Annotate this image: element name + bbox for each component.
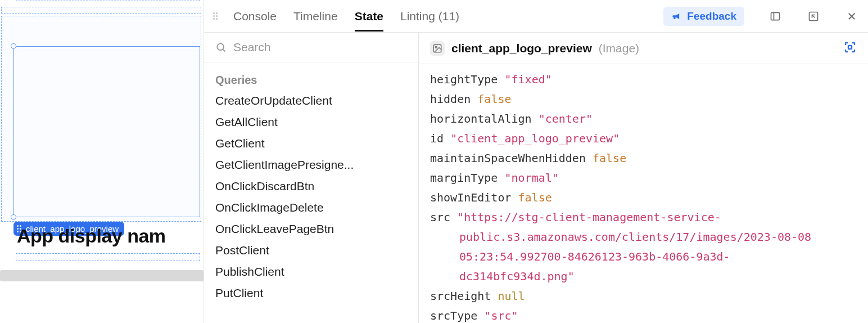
devtools-tabbar: Console Timeline State Linting (11) Feed… xyxy=(204,0,868,33)
properties-list[interactable]: heightType "fixed" hidden false horizont… xyxy=(419,64,868,323)
prop-row: src "https://stg-client-management-servi… xyxy=(430,208,857,227)
svg-point-6 xyxy=(217,43,224,50)
feedback-label: Feedback xyxy=(687,10,736,23)
devtools-panel: Console Timeline State Linting (11) Feed… xyxy=(204,0,868,323)
sidebar-query-item[interactable]: GetAllClient xyxy=(215,111,395,133)
canvas-component-outline xyxy=(1,7,201,14)
sidebar-query-item[interactable]: OnClickLeavePageBtn xyxy=(215,218,395,240)
image-icon xyxy=(430,41,445,56)
canvas-heading-text: App display nam xyxy=(17,225,166,247)
prop-row: public.s3.amazonaws.com/clients/17/image… xyxy=(430,227,857,247)
prop-row: id "client_app_logo_preview" xyxy=(430,129,857,149)
sidebar-query-item[interactable]: GetClientImagePresigne... xyxy=(215,154,395,176)
panel-toggle-icon[interactable] xyxy=(768,9,783,24)
prop-row: srcHeight null xyxy=(430,286,857,306)
prop-row: hidden false xyxy=(430,89,857,109)
tab-timeline[interactable]: Timeline xyxy=(293,2,338,31)
focus-target-icon[interactable] xyxy=(843,41,857,56)
state-sidebar: Queries CreateOrUpdateClientGetAllClient… xyxy=(204,33,419,323)
prop-row: 05:23:54.992700-84626123-963b-4066-9a3d- xyxy=(430,247,857,267)
sidebar-query-item[interactable]: OnClickDiscardBtn xyxy=(215,176,395,197)
sidebar-query-item[interactable]: OnClickImageDelete xyxy=(215,197,395,218)
tab-state[interactable]: State xyxy=(355,2,383,31)
canvas-component-outline xyxy=(16,253,200,261)
prop-row: horizontalAlign "center" xyxy=(430,109,857,129)
prop-row: showInEditor false xyxy=(430,188,857,208)
feedback-button[interactable]: Feedback xyxy=(663,7,744,26)
sidebar-scroll[interactable]: Queries CreateOrUpdateClientGetAllClient… xyxy=(204,62,418,323)
close-icon[interactable] xyxy=(844,9,859,24)
state-detail: client_app_logo_preview (Image) heightTy… xyxy=(419,33,868,323)
tab-console[interactable]: Console xyxy=(233,2,277,31)
canvas-container-outline xyxy=(1,16,201,222)
search-icon xyxy=(215,42,227,53)
popout-icon[interactable] xyxy=(806,9,821,24)
svg-rect-0 xyxy=(771,12,780,20)
search-row xyxy=(204,33,418,62)
detail-type: (Image) xyxy=(599,42,639,55)
canvas-component-outline xyxy=(16,0,200,1)
prop-row: marginType "normal" xyxy=(430,168,857,188)
canvas-preview[interactable]: client_app_logo_preview App display nam xyxy=(0,0,204,323)
prop-row: srcType "src" xyxy=(430,306,857,323)
tab-linting[interactable]: Linting (11) xyxy=(400,2,459,31)
detail-title: client_app_logo_preview xyxy=(451,42,592,55)
section-label-queries: Queries xyxy=(215,68,418,90)
prop-row: dc314bfc934d.png" xyxy=(430,267,857,286)
search-input[interactable] xyxy=(233,41,407,54)
panel-drag-handle-icon[interactable] xyxy=(213,12,221,20)
sidebar-query-item[interactable]: GetClient xyxy=(215,133,395,154)
sidebar-query-item[interactable]: CreateOrUpdateClient xyxy=(215,90,395,111)
sidebar-query-item[interactable]: PutClient xyxy=(215,282,395,304)
detail-header: client_app_logo_preview (Image) xyxy=(419,33,868,64)
svg-line-7 xyxy=(223,50,225,52)
prop-row: heightType "fixed" xyxy=(430,70,857,89)
svg-rect-10 xyxy=(848,46,852,49)
megaphone-icon xyxy=(671,11,682,22)
canvas-scrollbar[interactable] xyxy=(0,270,204,281)
prop-row: maintainSpaceWhenHidden false xyxy=(430,149,857,168)
svg-point-9 xyxy=(435,46,437,48)
sidebar-query-item[interactable]: PostClient xyxy=(215,240,395,261)
sidebar-query-item[interactable]: PublishClient xyxy=(215,261,395,282)
